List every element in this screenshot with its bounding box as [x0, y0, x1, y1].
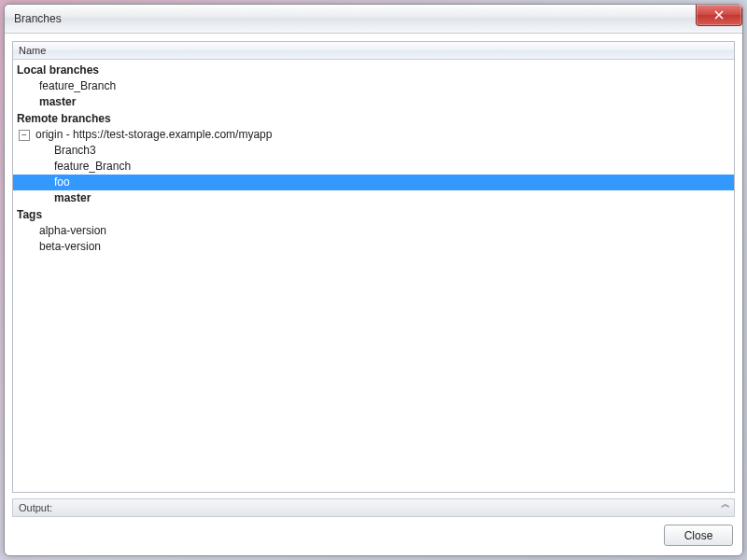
remote-branch-item[interactable]: master: [13, 190, 734, 206]
remote-branch-item-selected[interactable]: foo: [13, 175, 734, 190]
local-branch-item[interactable]: feature_Branch: [13, 78, 734, 94]
expander-icon[interactable]: −: [19, 130, 30, 141]
tree-column-header[interactable]: Name: [13, 42, 734, 60]
section-local-branches[interactable]: Local branches: [13, 62, 734, 78]
remote-branch-item[interactable]: Branch3: [13, 143, 734, 159]
button-row: Close: [12, 517, 735, 548]
close-button[interactable]: Close: [664, 525, 733, 546]
column-name: Name: [19, 45, 46, 56]
output-label: Output:: [19, 502, 52, 513]
footer: Output: ︽ Close: [12, 498, 735, 548]
chevron-up-icon[interactable]: ︽: [721, 500, 728, 508]
tag-item[interactable]: alpha-version: [13, 223, 734, 239]
section-tags[interactable]: Tags: [13, 206, 734, 223]
output-panel-header[interactable]: Output: ︽: [12, 498, 735, 517]
remote-origin-label: origin - https://test-storage.example.co…: [34, 127, 274, 143]
remote-origin-node[interactable]: − origin - https://test-storage.example.…: [13, 127, 734, 143]
tree-body: Local branches feature_Branch master Rem…: [13, 60, 734, 492]
dialog-body: Name Local branches feature_Branch maste…: [5, 34, 742, 555]
window-title: Branches: [14, 12, 62, 25]
window-close-button[interactable]: [696, 5, 742, 26]
section-remote-branches[interactable]: Remote branches: [13, 110, 734, 127]
tag-item[interactable]: beta-version: [13, 239, 734, 255]
branches-dialog: Branches Name Local branches: [4, 4, 743, 556]
remote-branch-item[interactable]: feature_Branch: [13, 159, 734, 175]
titlebar[interactable]: Branches: [5, 5, 742, 34]
close-icon: [714, 10, 724, 20]
local-branch-item[interactable]: master: [13, 94, 734, 110]
branches-tree[interactable]: Name Local branches feature_Branch maste…: [12, 41, 735, 493]
